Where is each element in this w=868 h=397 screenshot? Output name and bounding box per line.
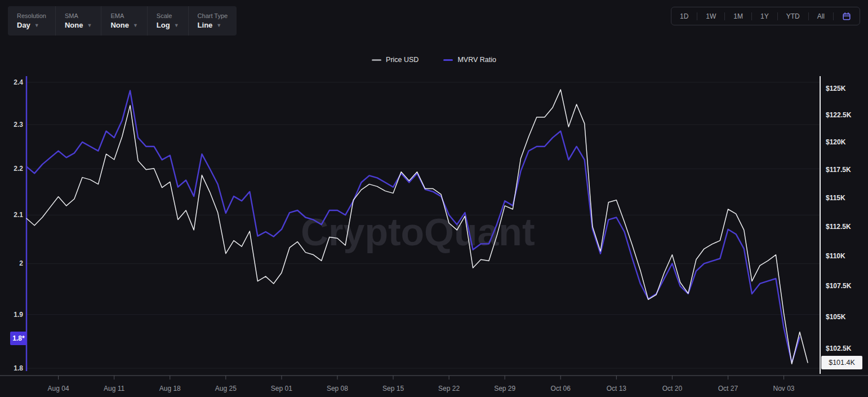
x-axis-tick-label: Aug 04: [48, 385, 69, 392]
right-axis-tick-label: $117.5K: [826, 166, 851, 174]
x-axis-tick-label: Sep 15: [382, 385, 404, 392]
right-axis-tick-label: $105K: [826, 313, 846, 321]
left-axis-tick-label: 1.9: [14, 311, 23, 319]
x-axis-tick-label: Oct 27: [718, 385, 738, 392]
right-axis-tick-label: $112.5K: [826, 223, 851, 231]
left-axis-tick-label: 2.2: [14, 165, 23, 173]
right-axis-tick-label: $120K: [826, 138, 846, 146]
x-axis-tick-label: Oct 06: [551, 385, 571, 392]
x-axis-tick-label: Oct 20: [662, 385, 683, 392]
right-axis-tick-label: $115K: [826, 194, 845, 202]
price-last-value-badge: $101.4K: [821, 356, 862, 369]
x-axis-tick-label: Oct 13: [607, 385, 627, 392]
x-axis-tick-label: Sep 29: [494, 385, 515, 392]
right-axis-tick-label: $122.5K: [826, 111, 852, 119]
x-axis-tick-label: Sep 22: [438, 385, 460, 392]
left-axis-tick-label: 2.1: [14, 211, 23, 219]
left-axis-tick-label: 2.4: [14, 78, 23, 86]
right-axis-tick-label: $102.5K: [826, 345, 852, 352]
mvrv-last-value-badge: 1.8*: [10, 332, 27, 345]
right-axis-tick-label: $110K: [826, 252, 845, 260]
mvrv-ratio-line: [26, 91, 800, 363]
left-axis-tick-label: 2: [19, 259, 23, 267]
x-axis-tick-label: Sep 01: [271, 385, 292, 392]
right-axis-tick-label: $107.5K: [826, 282, 852, 290]
right-axis-tick-label: $125K: [826, 85, 846, 92]
left-axis-tick-label: 2.3: [14, 121, 23, 129]
left-axis-tick-label: 1.8: [14, 364, 23, 372]
x-axis-tick-label: Aug 11: [104, 385, 124, 392]
price-usd-line: [26, 90, 808, 364]
x-axis-tick-label: Nov 03: [773, 385, 795, 392]
x-axis-tick-label: Sep 08: [327, 385, 348, 392]
chart-canvas[interactable]: Aug 04Aug 11Aug 18Aug 25Sep 01Sep 08Sep …: [0, 0, 868, 397]
x-axis-tick-label: Aug 25: [215, 385, 237, 392]
x-axis-tick-label: Aug 18: [159, 385, 181, 392]
